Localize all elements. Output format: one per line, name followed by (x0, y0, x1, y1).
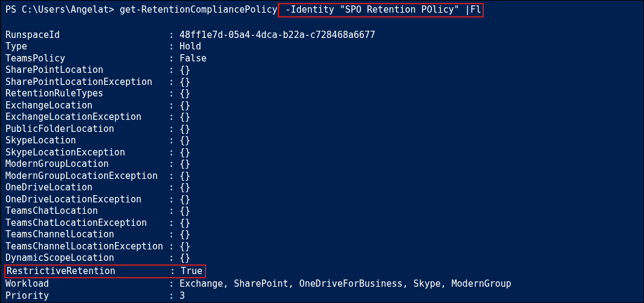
output-row: RunspaceId : 48ff1e7d-05a4-4dca-b22a-c72… (5, 30, 639, 42)
property-colon: : (116, 266, 181, 276)
property-colon: : (114, 123, 180, 134)
property-value: 48ff1e7d-05a4-4dca-b22a-c728468a6677 (180, 30, 375, 40)
property-name: Workload (5, 278, 49, 289)
highlighted-row: RestrictiveRetention : True (4, 264, 206, 279)
property-colon: : (60, 30, 180, 40)
property-name: OneDriveLocationException (5, 194, 142, 205)
output-row: ExchangeLocationException : {} (5, 111, 639, 123)
property-colon: : (76, 135, 180, 146)
property-name: ModernGroupLocationException (5, 170, 158, 181)
property-name: RetentionRuleTypes (5, 88, 104, 99)
output-row: DynamicScopeLocation : {} (5, 252, 639, 264)
powershell-terminal[interactable]: PS C:\Users\Angelat> get-RetentionCompli… (5, 3, 639, 303)
command-part2: -Identity "SPO Retention POlicy" |Fl (280, 4, 481, 15)
property-name: ExchangeLocation (5, 100, 93, 111)
property-colon: : (142, 194, 180, 205)
output-row: TeamsChatLocationException : {} (5, 217, 639, 230)
output-row: SharePointLocation : {} (5, 64, 639, 77)
property-value: {} (180, 135, 190, 146)
property-value: {} (180, 77, 190, 87)
property-colon: : (98, 205, 180, 216)
property-value: Exchange, SharePoint, OneDriveForBusines… (180, 278, 511, 289)
command-output: RunspaceId : 48ff1e7d-05a4-4dca-b22a-c72… (5, 30, 639, 304)
output-row: RestrictiveRetention : True (5, 264, 639, 279)
property-colon: : (109, 158, 180, 169)
property-name: ModernGroupLocation (5, 158, 109, 169)
property-value: {} (180, 88, 190, 99)
output-row: TeamsChatLocation : {} (5, 205, 639, 217)
output-row: Priority : 3 (5, 290, 639, 302)
output-row: TeamsChannelLocationException : {} (5, 241, 639, 253)
property-name: OneDriveLocation (5, 182, 93, 193)
property-value: {} (180, 111, 190, 122)
output-row: Workload : Exchange, SharePoint, OneDriv… (5, 278, 639, 290)
prompt-sep: > (109, 4, 120, 15)
property-colon: : (152, 77, 180, 87)
property-colon: : (114, 252, 180, 263)
property-colon: : (142, 111, 180, 122)
property-name: TeamsPolicy (5, 53, 65, 64)
output-row: ExchangeLocation : {} (5, 100, 639, 112)
output-row: TeamsPolicy : False (5, 53, 639, 65)
property-colon: : (104, 64, 180, 75)
property-name: Type (5, 41, 27, 52)
property-colon: : (27, 41, 180, 52)
property-colon: : (93, 182, 180, 193)
command-highlight-box: -Identity "SPO Retention POlicy" |Fl (278, 3, 484, 17)
output-row: OneDriveLocation : {} (5, 182, 639, 194)
property-value: {} (180, 147, 190, 158)
property-value: Hold (180, 41, 201, 52)
output-row: TeamsChannelLocation : {} (5, 229, 639, 241)
property-colon: : (49, 278, 180, 289)
output-row: SkypeLocation : {} (5, 135, 639, 147)
command-part1: get-RetentionCompliancePolicy (120, 4, 278, 15)
property-value: {} (180, 123, 190, 134)
output-row: Type : Hold (5, 41, 639, 53)
property-colon: : (49, 290, 180, 301)
property-value: {} (180, 100, 190, 111)
property-value: {} (180, 217, 190, 228)
property-name: SkypeLocationException (5, 147, 125, 158)
property-name: RunspaceId (5, 30, 60, 40)
property-value: {} (180, 229, 190, 240)
property-value: {} (180, 158, 190, 169)
output-row: OneDriveLocationException : {} (5, 194, 639, 206)
property-colon: : (163, 241, 180, 252)
property-value: {} (180, 241, 190, 252)
output-row: SkypeLocationException : {} (5, 147, 639, 159)
property-value: {} (180, 205, 190, 216)
property-value: {} (180, 182, 190, 193)
property-name: SharePointLocationException (5, 77, 152, 87)
property-name: TeamsChatLocation (5, 205, 98, 216)
command-prompt-line: PS C:\Users\Angelat> get-RetentionCompli… (5, 3, 639, 17)
property-name: TeamsChatLocationException (5, 217, 147, 228)
property-colon: : (147, 217, 180, 228)
property-colon: : (114, 229, 180, 240)
property-colon: : (93, 100, 180, 111)
output-row: ModernGroupLocationException : {} (5, 170, 639, 183)
output-row: SharePointLocationException : {} (5, 77, 639, 89)
property-name: SharePointLocation (5, 64, 104, 75)
property-name: ExchangeLocationException (5, 111, 142, 122)
property-name: RestrictiveRetention (7, 266, 116, 276)
prompt-prefix: PS (5, 4, 22, 15)
property-name: PublicFolderLocation (5, 123, 114, 134)
output-row: RetentionRuleTypes : {} (5, 88, 639, 100)
property-name: TeamsChannelLocation (5, 229, 114, 240)
property-value: {} (180, 170, 190, 181)
property-value: {} (180, 252, 190, 263)
property-name: TeamsChannelLocationException (5, 241, 163, 252)
output-row: PublicFolderLocation : {} (5, 123, 639, 136)
property-value: {} (180, 64, 190, 75)
property-value: 3 (180, 290, 185, 301)
property-name: DynamicScopeLocation (5, 252, 114, 263)
property-colon: : (125, 147, 180, 158)
property-value: {} (180, 194, 190, 205)
property-colon: : (65, 53, 180, 64)
property-name: Priority (5, 290, 49, 301)
property-colon: : (104, 88, 180, 99)
property-value: True (181, 266, 202, 276)
output-row: ModernGroupLocation : {} (5, 158, 639, 170)
property-value: False (180, 53, 207, 64)
prompt-path: C:\Users\Angelat (22, 4, 109, 15)
